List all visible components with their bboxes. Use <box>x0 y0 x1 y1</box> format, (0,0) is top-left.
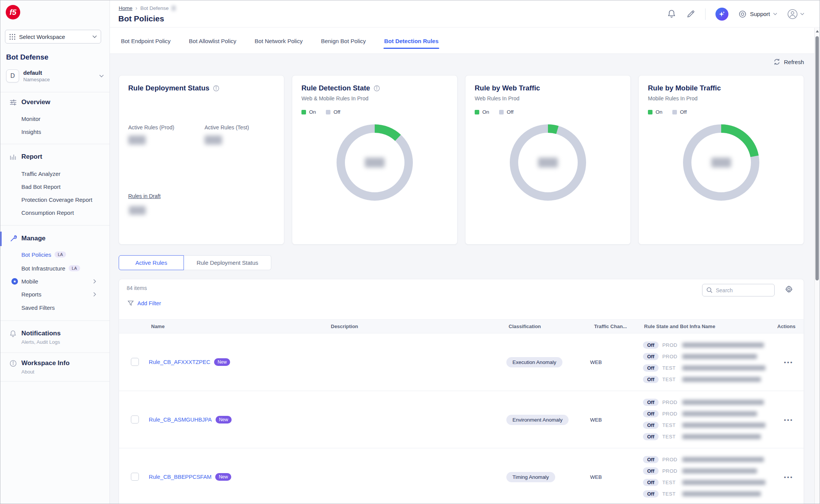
breadcrumb-home-link[interactable]: Home <box>119 5 132 11</box>
state-pill: Off <box>643 479 659 486</box>
legend-on-swatch <box>475 110 479 114</box>
row-actions-menu[interactable]: ••• <box>775 359 802 366</box>
traffic-channel-value: WEB <box>571 417 621 422</box>
column-header-actions: Actions <box>777 324 796 329</box>
info-icon[interactable] <box>374 85 380 92</box>
search-icon <box>706 287 713 293</box>
sidebar-section-workspace-info[interactable]: Workspace Info <box>0 356 110 370</box>
search-box[interactable] <box>702 284 775 296</box>
rule-name-link[interactable]: Rule_CB_AFXXXTZPEC <box>149 359 210 365</box>
state-pill: Off <box>643 399 659 406</box>
rule-name-link[interactable]: Rule_CB_ASMGUHBJPA <box>149 417 212 423</box>
sidebar-item-consumption-report[interactable]: Consumption Report <box>21 206 74 219</box>
card-subtitle: Web Rules In Prod <box>475 95 519 101</box>
user-menu[interactable] <box>787 9 804 19</box>
support-menu[interactable]: Support <box>738 10 777 18</box>
bell-icon <box>9 330 17 337</box>
column-header-rule-state[interactable]: Rule State and Bot Infra Name <box>644 324 715 329</box>
sidebar-section-notifications[interactable]: Notifications <box>0 327 110 340</box>
env-label: TEST <box>662 377 678 382</box>
state-pill: Off <box>643 456 659 463</box>
ai-assistant-button[interactable] <box>715 8 728 21</box>
metric-value-redacted <box>128 135 146 145</box>
env-label: PROD <box>662 342 678 348</box>
legend-on-label: On <box>309 109 316 115</box>
column-header-description[interactable]: Description <box>331 324 358 329</box>
tab-benign-bot-policy[interactable]: Benign Bot Policy <box>320 29 367 53</box>
donut-chart <box>509 124 587 201</box>
sidebar-section-overview[interactable]: Overview <box>0 95 110 109</box>
row-checkbox[interactable] <box>131 358 139 366</box>
vertical-scrollbar[interactable] <box>814 28 820 504</box>
sidebar-item-bot-policies[interactable]: Bot Policies LA <box>21 248 66 261</box>
row-checkbox[interactable] <box>131 473 139 481</box>
table-settings-gear-icon[interactable] <box>785 285 793 293</box>
chevron-down-icon <box>99 74 104 77</box>
sidebar-item-label: Traffic Analyzer <box>21 171 61 177</box>
donut-chart <box>336 124 414 201</box>
tab-bot-endpoint-policy[interactable]: Bot Endpoint Policy <box>120 29 171 53</box>
row-checkbox[interactable] <box>131 415 139 423</box>
rules-in-draft-link[interactable]: Rules in Draft <box>128 193 161 199</box>
summary-cards: Rule Deployment Status Active Rules (Pro… <box>119 75 804 245</box>
sidebar-item-mobile[interactable]: ★ Mobile <box>11 275 38 288</box>
sidebar-item-insights[interactable]: Insights <box>21 125 41 138</box>
card-rule-by-mobile-traffic: Rule by Mobile Traffic Mobile Rules In P… <box>638 75 804 245</box>
state-pill: Off <box>643 376 659 383</box>
manage-icon <box>9 235 17 242</box>
view-switch-rule-deployment-status[interactable]: Rule Deployment Status <box>184 255 271 270</box>
traffic-channel-value: WEB <box>571 359 621 365</box>
sidebar-item-protection-coverage-report[interactable]: Protection Coverage Report <box>21 193 92 206</box>
add-filter-button[interactable]: Add Filter <box>127 300 161 306</box>
divider <box>0 353 110 353</box>
notifications-bell-icon[interactable] <box>667 9 676 19</box>
chevron-right-icon <box>93 279 96 284</box>
state-pill: Off <box>643 422 659 429</box>
env-label: PROD <box>662 411 678 417</box>
breadcrumb-separator: › <box>135 5 137 11</box>
sidebar-item-bad-bot-report[interactable]: Bad Bot Report <box>21 180 61 193</box>
new-badge: New <box>214 358 230 366</box>
filter-funnel-icon <box>127 300 134 306</box>
column-header-name[interactable]: Name <box>151 324 164 329</box>
scrollbar-up-arrow-icon[interactable] <box>816 30 819 32</box>
legend-off-swatch <box>326 110 330 114</box>
theme-brush-icon[interactable] <box>686 10 695 19</box>
classification-pill: Environment Anomaly <box>506 415 569 425</box>
report-icon <box>9 153 17 161</box>
namespace-selector[interactable]: D default Namespace <box>6 68 104 84</box>
card-rule-detection-state: Rule Detection State Web & Mobile Rules … <box>292 75 458 245</box>
divider <box>705 8 706 20</box>
row-actions-menu[interactable]: ••• <box>775 416 802 423</box>
refresh-button[interactable]: Refresh <box>773 58 804 65</box>
column-header-classification[interactable]: Classification <box>509 324 541 329</box>
infra-name-redacted <box>682 377 761 382</box>
sidebar-section-title: Report <box>21 153 42 161</box>
sidebar-section-report[interactable]: Report <box>0 150 110 164</box>
avatar-icon <box>787 9 798 19</box>
workspace-selector[interactable]: Select Workspace <box>5 30 101 43</box>
tab-bot-detection-rules[interactable]: Bot Detection Rules <box>383 29 440 53</box>
sidebar-item-saved-filters[interactable]: Saved Filters <box>21 301 55 314</box>
sidebar-item-monitor[interactable]: Monitor <box>21 112 40 125</box>
scrollbar-thumb[interactable] <box>815 36 819 280</box>
tab-bot-allowlist-policy[interactable]: Bot Allowlist Policy <box>188 29 237 53</box>
namespace-meta: default Namespace <box>23 69 99 82</box>
tab-bot-network-policy[interactable]: Bot Network Policy <box>254 29 303 53</box>
sidebar-item-bot-infrastructure[interactable]: Bot Infrastructure LA <box>21 262 80 275</box>
sidebar-item-label: Bot Policies <box>21 251 51 258</box>
legend-off-label: Off <box>680 109 687 115</box>
column-header-traffic-channel[interactable]: Traffic Chan... <box>594 324 627 329</box>
sidebar-item-traffic-analyzer[interactable]: Traffic Analyzer <box>21 167 61 180</box>
metric-active-rules-prod: Active Rules (Prod) <box>128 124 174 145</box>
donut-legend: On Off <box>301 109 340 115</box>
row-actions-menu[interactable]: ••• <box>775 473 802 480</box>
rule-name-link[interactable]: Rule_CB_BBEPPCSFAM <box>149 474 211 480</box>
search-input[interactable] <box>716 287 765 293</box>
sidebar-section-manage[interactable]: Manage <box>0 232 110 245</box>
metric-label: Active Rules (Prod) <box>128 124 174 130</box>
sidebar-item-label: Insights <box>21 129 41 135</box>
info-icon[interactable] <box>213 85 219 92</box>
view-switch-active-rules[interactable]: Active Rules <box>119 255 184 270</box>
sidebar-item-reports[interactable]: Reports <box>21 288 42 301</box>
